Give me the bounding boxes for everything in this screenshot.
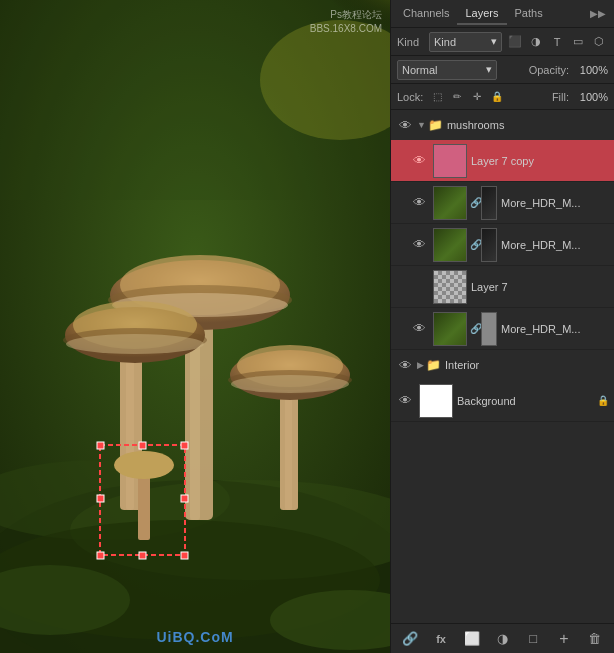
svg-point-27 bbox=[114, 451, 174, 479]
eye-interior[interactable]: 👁 bbox=[395, 355, 415, 375]
layer-name-layer7copy: Layer 7 copy bbox=[471, 155, 610, 167]
eye-mushrooms[interactable]: 👁 bbox=[395, 115, 415, 135]
new-group-button[interactable]: □ bbox=[523, 629, 543, 649]
canvas-svg bbox=[0, 0, 390, 653]
lock-all-icon[interactable]: 🔒 bbox=[489, 89, 505, 105]
panels-area: Channels Layers Paths ▶▶ Kind Kind ▾ ⬛ ◑… bbox=[390, 0, 614, 653]
link-layers-button[interactable]: 🔗 bbox=[400, 629, 420, 649]
layer-actions: 🔗 fx ⬜ ◑ □ + 🗑 bbox=[391, 623, 614, 653]
kind-select[interactable]: Kind ▾ bbox=[429, 32, 502, 52]
layer-row-more-hdr-3[interactable]: 👁 🔗 More_HDR_M... bbox=[391, 308, 614, 350]
svg-rect-30 bbox=[181, 442, 188, 449]
shape-filter-icon[interactable]: ▭ bbox=[569, 33, 587, 51]
layer-group-mushrooms[interactable]: 👁 ▼ 📁 mushrooms bbox=[391, 110, 614, 140]
svg-rect-33 bbox=[139, 442, 146, 449]
layer-name-layer7: Layer 7 bbox=[471, 281, 610, 293]
layer-row-more-hdr-1[interactable]: 👁 🔗 More_HDR_M... bbox=[391, 182, 614, 224]
layer-mask-more-hdr-1 bbox=[481, 186, 497, 220]
lock-transparent-icon[interactable]: ⬚ bbox=[429, 89, 445, 105]
layer-thumb-background bbox=[419, 384, 453, 418]
layer-chain-more-hdr-1: 🔗 bbox=[471, 186, 481, 220]
chevron-interior[interactable]: ▶ bbox=[417, 360, 424, 370]
watermark-top: Ps教程论坛 BBS.16X8.COM bbox=[310, 8, 382, 36]
layer-row-layer7[interactable]: 👁 Layer 7 bbox=[391, 266, 614, 308]
main-container: Ps教程论坛 BBS.16X8.COM UiBQ.CoM Channels La… bbox=[0, 0, 614, 653]
fill-value[interactable]: 100% bbox=[572, 91, 608, 103]
kind-row: Kind Kind ▾ ⬛ ◑ T ▭ ⬡ bbox=[391, 28, 614, 56]
layer-row-more-hdr-2[interactable]: 👁 🔗 More_HDR_M... bbox=[391, 224, 614, 266]
tab-layers[interactable]: Layers bbox=[457, 3, 506, 25]
tab-paths[interactable]: Paths bbox=[507, 3, 551, 25]
eye-more-hdr-3[interactable]: 👁 bbox=[409, 319, 429, 339]
smart-filter-icon[interactable]: ⬡ bbox=[590, 33, 608, 51]
new-adjustment-button[interactable]: ◑ bbox=[492, 629, 512, 649]
layer-row-background[interactable]: 👁 Background 🔒 bbox=[391, 380, 614, 422]
blend-mode-select[interactable]: Normal ▾ bbox=[397, 60, 497, 80]
add-mask-button[interactable]: ⬜ bbox=[462, 629, 482, 649]
kind-icons: ⬛ ◑ T ▭ ⬡ bbox=[506, 33, 608, 51]
blend-mode-row: Normal ▾ Opacity: 100% bbox=[391, 56, 614, 84]
type-filter-icon[interactable]: T bbox=[548, 33, 566, 51]
svg-rect-29 bbox=[97, 442, 104, 449]
layer-name-more-hdr-1: More_HDR_M... bbox=[501, 197, 610, 209]
fill-label: Fill: bbox=[552, 91, 569, 103]
mushrooms-group-name: mushrooms bbox=[447, 119, 504, 131]
chevron-mushrooms[interactable]: ▼ bbox=[417, 120, 426, 130]
layer-name-more-hdr-3: More_HDR_M... bbox=[501, 323, 610, 335]
fill-group: Fill: 100% bbox=[552, 91, 608, 103]
add-style-button[interactable]: fx bbox=[431, 629, 451, 649]
layer-thumb-more-hdr-2 bbox=[433, 228, 467, 262]
eye-background[interactable]: 👁 bbox=[395, 391, 415, 411]
layer-thumb-layer7 bbox=[433, 270, 467, 304]
svg-rect-36 bbox=[181, 495, 188, 502]
pixel-filter-icon[interactable]: ⬛ bbox=[506, 33, 524, 51]
svg-point-25 bbox=[231, 375, 349, 393]
eye-layer7copy[interactable]: 👁 bbox=[409, 151, 429, 171]
folder-interior-icon: 📁 bbox=[426, 358, 441, 372]
layer-thumb-more-hdr-1 bbox=[433, 186, 467, 220]
opacity-value[interactable]: 100% bbox=[572, 64, 608, 76]
layer-row-layer7copy[interactable]: 👁 Layer 7 copy bbox=[391, 140, 614, 182]
layer-chain-more-hdr-2: 🔗 bbox=[471, 228, 481, 262]
layer-name-background: Background bbox=[457, 395, 596, 407]
svg-rect-34 bbox=[139, 552, 146, 559]
canvas-area: Ps教程论坛 BBS.16X8.COM UiBQ.CoM bbox=[0, 0, 390, 653]
layer-name-more-hdr-2: More_HDR_M... bbox=[501, 239, 610, 251]
svg-rect-35 bbox=[97, 495, 104, 502]
opacity-label: Opacity: bbox=[529, 64, 569, 76]
background-lock-icon: 🔒 bbox=[596, 394, 610, 408]
new-layer-button[interactable]: + bbox=[554, 629, 574, 649]
svg-rect-32 bbox=[181, 552, 188, 559]
layer-chain-more-hdr-3: 🔗 bbox=[471, 312, 481, 346]
tab-channels[interactable]: Channels bbox=[395, 3, 457, 25]
adjustment-filter-icon[interactable]: ◑ bbox=[527, 33, 545, 51]
layers-list: 👁 ▼ 📁 mushrooms 👁 Layer 7 copy 👁 bbox=[391, 110, 614, 623]
layer-mask-more-hdr-3 bbox=[481, 312, 497, 346]
mushroom-scene: Ps教程论坛 BBS.16X8.COM UiBQ.CoM bbox=[0, 0, 390, 653]
watermark-bottom: UiBQ.CoM bbox=[156, 629, 233, 645]
eye-more-hdr-2[interactable]: 👁 bbox=[409, 235, 429, 255]
folder-mushrooms-icon: 📁 bbox=[428, 118, 443, 132]
lock-label: Lock: bbox=[397, 91, 423, 103]
lock-row: Lock: ⬚ ✏ ✛ 🔒 Fill: 100% bbox=[391, 84, 614, 110]
svg-point-19 bbox=[66, 334, 204, 354]
svg-rect-15 bbox=[126, 340, 134, 510]
eye-layer7[interactable]: 👁 bbox=[409, 277, 429, 297]
tab-bar: Channels Layers Paths ▶▶ bbox=[391, 0, 614, 28]
layer-mask-more-hdr-2 bbox=[481, 228, 497, 262]
opacity-group: Opacity: 100% bbox=[529, 64, 608, 76]
layer-group-interior[interactable]: 👁 ▶ 📁 Interior bbox=[391, 350, 614, 380]
svg-rect-26 bbox=[138, 470, 150, 540]
svg-rect-31 bbox=[97, 552, 104, 559]
panel-menu-button[interactable]: ▶▶ bbox=[586, 8, 610, 19]
lock-position-icon[interactable]: ✛ bbox=[469, 89, 485, 105]
kind-label: Kind bbox=[397, 36, 425, 48]
delete-layer-button[interactable]: 🗑 bbox=[585, 629, 605, 649]
layer-thumb-layer7copy bbox=[433, 144, 467, 178]
layer-thumb-more-hdr-3 bbox=[433, 312, 467, 346]
eye-more-hdr-1[interactable]: 👁 bbox=[409, 193, 429, 213]
lock-icons: ⬚ ✏ ✛ 🔒 bbox=[429, 89, 505, 105]
lock-image-icon[interactable]: ✏ bbox=[449, 89, 465, 105]
interior-group-name: Interior bbox=[445, 359, 479, 371]
